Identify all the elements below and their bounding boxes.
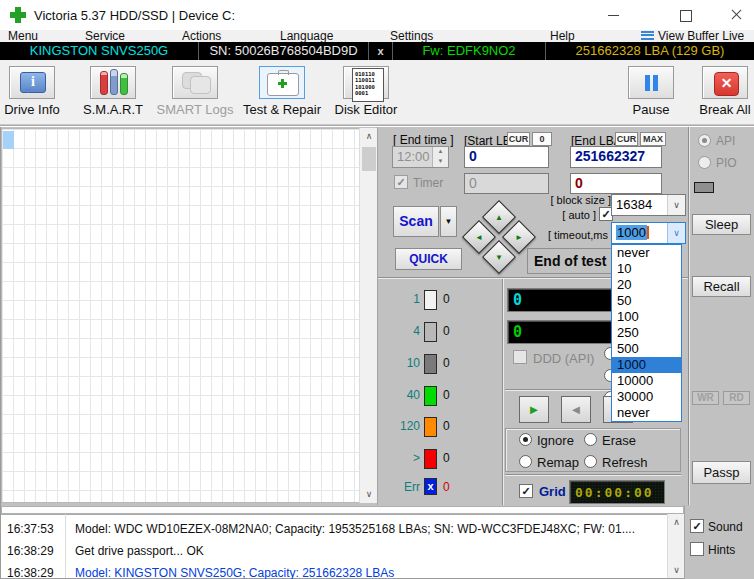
drive-x-button[interactable]: x <box>369 42 393 60</box>
menu-item-actions[interactable]: Actions <box>182 30 221 42</box>
disk-editor-label: Disk Editor <box>334 102 398 117</box>
panel-vertical-divider <box>502 279 504 505</box>
second-value-input[interactable]: 0 <box>570 173 662 194</box>
minimize-button[interactable] <box>604 6 622 24</box>
smart-button[interactable]: S.M.A.R.T <box>82 66 144 117</box>
counter-label-40: 40 <box>378 388 420 402</box>
step-back-button[interactable]: ◄ <box>561 396 591 423</box>
timeout-combo[interactable]: 1000 ∨ <box>611 222 686 244</box>
spinner-arrows-icon[interactable]: ▲▼ <box>432 147 448 167</box>
chevron-down-icon[interactable]: ∨ <box>667 223 685 243</box>
drive-info-icon-frame <box>9 66 55 99</box>
timeout-option[interactable]: 10000 <box>612 373 681 389</box>
drive-capacity: 251662328 LBA (129 GB) <box>546 42 754 60</box>
scroll-down-icon[interactable]: ∨ <box>668 562 685 579</box>
window-title: Victoria 5.37 HDD/SSD | Device C: <box>34 8 235 23</box>
sound-label: Sound <box>708 520 743 534</box>
play-triangle-icon: ► <box>528 402 541 417</box>
grid-checkbox[interactable] <box>519 484 533 498</box>
recall-button[interactable]: Recall <box>692 276 751 297</box>
victoria-app-window: Victoria 5.37 HDD/SSD | Device C: Menu S… <box>0 0 754 579</box>
quick-button[interactable]: QUICK <box>395 248 462 270</box>
view-buffer-live-icon <box>641 31 654 41</box>
hints-label: Hints <box>708 543 735 557</box>
smart-label: S.M.A.R.T <box>82 102 144 117</box>
ddd-api-checkbox[interactable] <box>513 350 527 364</box>
start-lba-zero-button[interactable]: 0 <box>532 132 552 146</box>
timer-checkbox[interactable] <box>394 175 408 189</box>
pio-radio[interactable] <box>698 156 711 169</box>
drive-serial: SN: 50026B768504BD9D <box>199 42 369 60</box>
close-button[interactable] <box>727 6 745 24</box>
block-size-combo[interactable]: 16384 ∨ <box>611 194 686 216</box>
timeout-option[interactable]: 20 <box>612 277 681 293</box>
api-radio[interactable] <box>698 134 711 147</box>
sleep-button[interactable]: Sleep <box>692 214 751 235</box>
log-area: 16:37:53 Model: WDC WD10EZEX-08M2NA0; Ca… <box>1 514 667 578</box>
sound-checkbox[interactable] <box>690 519 704 533</box>
timeout-option[interactable]: never <box>612 245 681 261</box>
canvas-scrollbar[interactable]: ∧ ∨ <box>359 128 377 503</box>
end-lba-max-button[interactable]: MAX <box>640 132 666 146</box>
menu-item-settings[interactable]: Settings <box>390 30 433 42</box>
view-buffer-live[interactable]: View Buffer Live <box>658 30 744 42</box>
menu-item-service[interactable]: Service <box>85 30 125 42</box>
left-triangle-icon: ◄ <box>570 402 583 417</box>
counter-value-gt: 0 <box>443 451 450 465</box>
timeout-option[interactable]: 50 <box>612 293 681 309</box>
scroll-up-icon[interactable]: ∧ <box>668 514 685 531</box>
ignore-radio[interactable] <box>519 433 532 446</box>
break-all-button[interactable]: ✕ Break All <box>697 66 753 117</box>
disk-editor-button[interactable]: 010110 110011 101000 0001 Disk Editor <box>334 66 398 117</box>
rd-button[interactable]: RD <box>723 391 750 405</box>
menubar: Menu Service Actions Language Settings H… <box>0 30 754 42</box>
pause-button[interactable]: Pause <box>628 66 674 117</box>
canvas-scrollbar-thumb[interactable] <box>362 147 376 171</box>
start-lba-cur-button[interactable]: CUR <box>507 132 530 146</box>
diamond-nav: ▲ ◄ ► ▼ <box>465 203 533 271</box>
hints-checkbox[interactable] <box>690 542 704 556</box>
smart-icon-frame <box>90 66 136 99</box>
chevron-down-icon[interactable]: ∨ <box>667 195 685 215</box>
timeout-option[interactable]: never <box>612 405 681 421</box>
scan-map-current-block <box>3 131 14 149</box>
end-time-spinner[interactable]: 12:00 ▲▼ <box>392 146 449 168</box>
remap-label: Remap <box>537 455 579 470</box>
counter-swatch-1 <box>424 290 437 310</box>
timer-value-input[interactable]: 0 <box>464 173 549 194</box>
wr-button[interactable]: WR <box>692 391 719 405</box>
timeout-option[interactable]: 500 <box>612 341 681 357</box>
menu-item-language[interactable]: Language <box>280 30 333 42</box>
chat-bubbles-icon <box>182 72 210 94</box>
drive-info-button[interactable]: Drive Info <box>2 66 62 117</box>
menu-item-menu[interactable]: Menu <box>8 30 38 42</box>
passp-button[interactable]: Passp <box>692 461 751 484</box>
left-triangle-icon: ◄ <box>468 226 490 248</box>
log-scrollbar[interactable]: ∧ ∨ <box>667 514 684 578</box>
end-lba-input[interactable]: 251662327 <box>570 146 662 168</box>
scroll-down-icon[interactable]: ∨ <box>360 486 378 503</box>
timeout-option[interactable]: 250 <box>612 325 681 341</box>
erase-radio[interactable] <box>584 433 597 446</box>
menu-item-help[interactable]: Help <box>550 30 575 42</box>
scroll-up-icon[interactable]: ∧ <box>360 128 378 145</box>
refresh-radio[interactable] <box>584 455 597 468</box>
timeout-label: [ timeout,ms ] <box>548 229 608 241</box>
ddd-api-label: DDD (API) <box>533 351 594 366</box>
scan-button[interactable]: Scan <box>393 206 439 237</box>
log-text: Model: WDC WD10EZEX-08M2NA0; Capacity: 1… <box>75 522 635 536</box>
smart-logs-button[interactable]: SMART Logs <box>156 66 234 117</box>
timeout-option[interactable]: 10 <box>612 261 681 277</box>
timeout-option[interactable]: 30000 <box>612 389 681 405</box>
start-test-button[interactable]: ► <box>519 396 549 423</box>
grid-label: Grid <box>539 484 566 499</box>
remap-radio[interactable] <box>519 455 532 468</box>
test-repair-button[interactable]: Test & Repair <box>242 66 322 117</box>
block-size-value: 16384 <box>613 197 655 212</box>
maximize-button[interactable] <box>676 6 694 24</box>
start-lba-input[interactable]: 0 <box>464 146 549 168</box>
end-lba-cur-button[interactable]: CUR <box>615 132 638 146</box>
timeout-option-selected[interactable]: 1000 <box>612 357 681 373</box>
scan-dropdown-button[interactable]: ▼ <box>440 206 457 237</box>
timeout-option[interactable]: 100 <box>612 309 681 325</box>
